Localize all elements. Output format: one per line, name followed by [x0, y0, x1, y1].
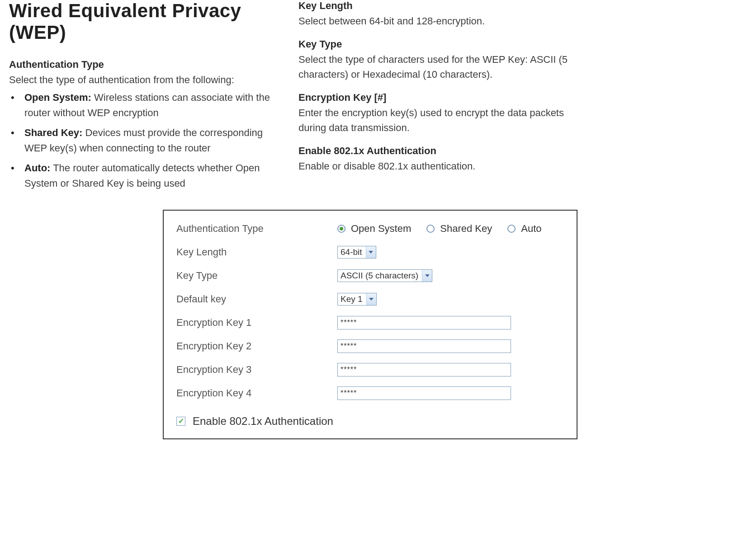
label-ek4: Encryption Key 4 — [176, 387, 337, 399]
list-item: Auto: The router automatically detects w… — [9, 160, 280, 191]
heading-key-length: Key Length — [298, 0, 579, 12]
label-ek2: Encryption Key 2 — [176, 340, 337, 352]
select-default-key[interactable]: Key 1 — [337, 293, 377, 306]
list-item-lead: Auto: — [24, 162, 50, 174]
intro-auth-type: Select the type of authentication from t… — [9, 72, 280, 87]
radio-auto-label: Auto — [521, 223, 541, 235]
check-icon: ✓ — [178, 417, 184, 425]
label-ek1: Encryption Key 1 — [176, 317, 337, 329]
input-encryption-key-2[interactable] — [337, 339, 511, 353]
checkbox-enable-8021x[interactable]: ✓ — [176, 417, 185, 426]
heading-auth-type: Authentication Type — [9, 59, 280, 71]
radio-shared-key[interactable] — [426, 225, 435, 233]
list-item: Open System: Wireless stations can assoc… — [9, 90, 280, 121]
radio-shared-key-label: Shared Key — [440, 223, 492, 235]
body-encryption-key: Enter the encryption key(s) used to encr… — [298, 105, 579, 135]
list-item-lead: Shared Key: — [24, 127, 82, 138]
config-panel: Authentication Type Open System Shared K… — [163, 210, 577, 439]
list-item: Shared Key: Devices must provide the cor… — [9, 125, 280, 156]
body-key-length: Select between 64-bit and 128-encryption… — [298, 14, 579, 28]
auth-type-list: Open System: Wireless stations can assoc… — [9, 90, 280, 192]
select-key-length[interactable]: 64-bit — [337, 246, 376, 259]
label-default-key: Default key — [176, 293, 337, 305]
input-encryption-key-4[interactable] — [337, 386, 511, 400]
heading-encryption-key: Encryption Key [#] — [298, 92, 579, 104]
label-ek3: Encryption Key 3 — [176, 364, 337, 376]
list-item-lead: Open System: — [24, 92, 91, 103]
label-key-length: Key Length — [176, 246, 337, 258]
chevron-down-icon — [366, 293, 376, 305]
radio-open-system-label: Open System — [351, 223, 411, 235]
page-title: Wired Equivalent Privacy (WEP) — [9, 0, 280, 43]
heading-key-type: Key Type — [298, 38, 579, 50]
select-default-key-value: Key 1 — [338, 294, 366, 304]
select-key-type-value: ASCII (5 characters) — [338, 271, 422, 281]
input-encryption-key-1[interactable] — [337, 316, 511, 329]
label-key-type: Key Type — [176, 270, 337, 282]
checkbox-enable-8021x-label: Enable 802.1x Authentication — [193, 415, 333, 428]
body-key-type: Select the type of characters used for t… — [298, 52, 579, 82]
select-key-length-value: 64-bit — [338, 247, 366, 257]
radio-open-system[interactable] — [337, 225, 345, 233]
input-encryption-key-3[interactable] — [337, 363, 511, 376]
body-8021x: Enable or disable 802.1x authentication. — [298, 159, 579, 174]
label-auth-type: Authentication Type — [176, 223, 337, 235]
chevron-down-icon — [366, 246, 376, 258]
list-item-body: The router automatically detects whether… — [24, 162, 260, 189]
select-key-type[interactable]: ASCII (5 characters) — [337, 269, 432, 282]
heading-8021x: Enable 802.1x Authentication — [298, 145, 579, 157]
chevron-down-icon — [422, 270, 432, 282]
radio-auto[interactable] — [507, 225, 516, 233]
